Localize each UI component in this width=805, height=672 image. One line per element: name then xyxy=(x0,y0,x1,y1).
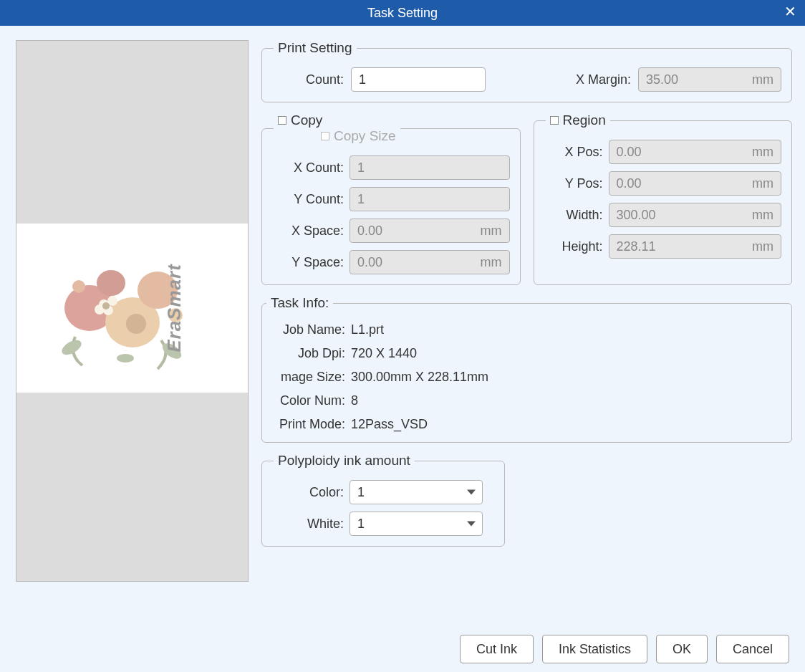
region-checkbox[interactable] xyxy=(550,116,559,125)
image-size-value: 300.00mm X 228.11mm xyxy=(351,370,488,385)
image-size-label: mage Size: xyxy=(265,370,351,385)
ycount-label: Y Count: xyxy=(272,192,344,207)
ink-color-label: Color: xyxy=(272,485,344,500)
ink-color-select[interactable] xyxy=(350,480,483,504)
ink-white-label: White: xyxy=(272,517,344,532)
region-group: Region X Pos: 0.00 mm Y Pos: 0.00 xyxy=(534,112,793,285)
xmargin-input: 35.00 mm xyxy=(638,67,781,92)
preview-panel: EraSmart xyxy=(16,40,249,582)
job-dpi-label: Job Dpi: xyxy=(265,346,351,361)
task-info-group: Task Info: Job Name: L1.prt Job Dpi: 720… xyxy=(261,295,792,443)
ink-amount-group: Polyploidy ink amount Color: White: xyxy=(261,453,505,547)
xpos-input: 0.00 mm xyxy=(609,140,782,164)
flower-illustration xyxy=(32,236,233,380)
ypos-label: Y Pos: xyxy=(544,176,603,191)
copy-size-legend: Copy Size xyxy=(334,128,396,144)
job-name-value: L1.prt xyxy=(351,322,384,337)
svg-point-9 xyxy=(126,314,146,334)
color-num-label: Color Num: xyxy=(265,393,351,408)
ok-button[interactable]: OK xyxy=(656,635,708,663)
ink-white-select[interactable] xyxy=(350,512,483,536)
svg-point-12 xyxy=(117,354,134,363)
preview-image: EraSmart xyxy=(16,224,248,393)
titlebar: Task Setting ✕ xyxy=(0,0,805,26)
region-legend: Region xyxy=(563,112,606,128)
print-mode-value: 12Pass_VSD xyxy=(351,417,428,432)
print-setting-legend: Print Setting xyxy=(274,40,357,56)
preview-watermark: EraSmart xyxy=(164,264,186,352)
job-name-label: Job Name: xyxy=(265,322,351,337)
cancel-button[interactable]: Cancel xyxy=(716,635,789,663)
width-label: Width: xyxy=(544,208,603,223)
ink-amount-legend: Polyploidy ink amount xyxy=(274,453,415,469)
xmargin-label: X Margin: xyxy=(576,72,631,87)
window-title: Task Setting xyxy=(367,6,438,21)
xcount-label: X Count: xyxy=(272,160,344,176)
count-label: Count: xyxy=(272,72,344,87)
copy-group: Copy Copy Size X Count: 1 xyxy=(261,112,521,285)
dialog-body: EraSmart Print Setting Count: X Margin: … xyxy=(0,26,805,672)
print-mode-label: Print Mode: xyxy=(265,417,351,432)
count-input[interactable] xyxy=(351,67,486,92)
print-setting-group: Print Setting Count: X Margin: 35.00 mm xyxy=(261,40,792,102)
button-row: Cut Ink Ink Statistics OK Cancel xyxy=(16,635,792,663)
ypos-input: 0.00 mm xyxy=(609,171,782,196)
svg-point-10 xyxy=(59,337,84,358)
cut-ink-button[interactable]: Cut Ink xyxy=(460,635,534,663)
xpos-label: X Pos: xyxy=(544,145,603,160)
width-input: 300.00 mm xyxy=(609,203,782,227)
svg-point-14 xyxy=(72,280,85,293)
task-info-legend: Task Info: xyxy=(266,295,333,311)
height-input: 228.11 mm xyxy=(609,234,782,259)
job-dpi-value: 720 X 1440 xyxy=(351,346,417,361)
svg-point-3 xyxy=(97,270,125,296)
height-label: Height: xyxy=(544,239,603,254)
yspace-label: Y Space: xyxy=(272,255,344,270)
copy-size-checkbox xyxy=(321,132,329,140)
copy-legend: Copy xyxy=(291,112,322,128)
ink-statistics-button[interactable]: Ink Statistics xyxy=(542,635,647,663)
yspace-input: 0.00 mm xyxy=(350,250,510,274)
color-num-value: 8 xyxy=(351,393,358,408)
copy-checkbox[interactable] xyxy=(278,116,286,125)
xcount-input: 1 xyxy=(350,155,510,180)
close-icon[interactable]: ✕ xyxy=(784,3,796,20)
ycount-input: 1 xyxy=(350,187,510,211)
xspace-input: 0.00 mm xyxy=(350,219,510,243)
xspace-label: X Space: xyxy=(272,224,344,239)
svg-point-8 xyxy=(102,302,110,309)
